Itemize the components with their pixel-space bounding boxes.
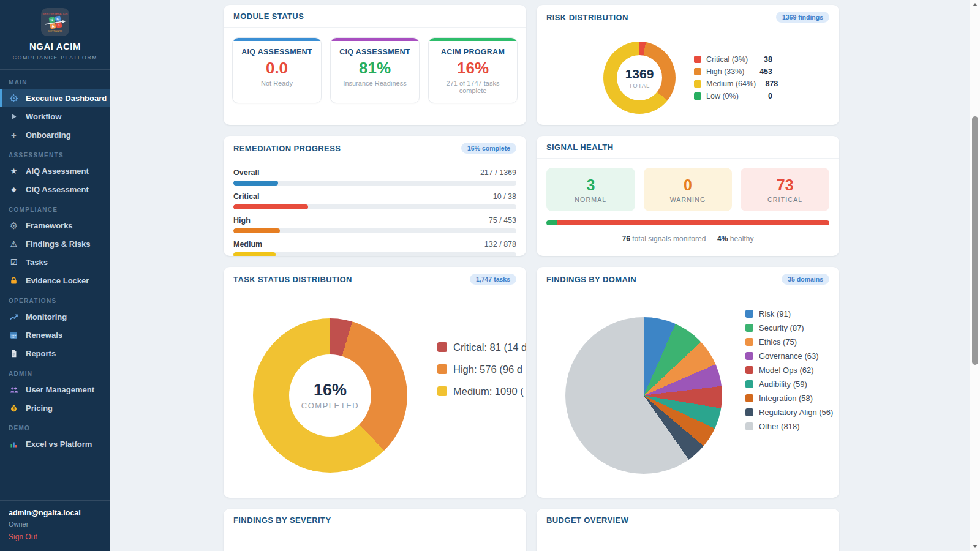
checkbox-icon: ☑: [9, 258, 19, 266]
sidebar-item-ciq-assessment[interactable]: ◆ CIQ Assessment: [0, 180, 110, 198]
sidebar-item-label: Frameworks: [26, 221, 73, 230]
progress-value: 132 / 878: [484, 240, 516, 249]
brand-subtitle: COMPLIANCE PLATFORM: [0, 54, 110, 61]
progress-fill: [233, 204, 308, 209]
sign-out-link[interactable]: Sign Out: [9, 533, 102, 541]
signal-label: WARNING: [644, 196, 733, 203]
signal-box: 0 WARNING: [644, 168, 733, 211]
card-title: REMEDIATION PROGRESS: [233, 144, 341, 153]
risk-distribution-card: RISK DISTRIBUTION 1369 findings 1369 TOT…: [537, 5, 839, 125]
legend-swatch: [745, 408, 753, 416]
section-label-demo: DEMO: [9, 425, 110, 432]
legend-item: Critical: 81 (14 d: [437, 340, 526, 354]
sidebar-item-pricing[interactable]: $ Pricing: [0, 399, 110, 417]
progress-fill: [233, 181, 278, 186]
sidebar-item-onboarding[interactable]: + Onboarding: [0, 126, 110, 144]
play-icon: [9, 113, 19, 121]
legend-label: Model Ops (62): [759, 365, 814, 375]
legend-label: Low (0%): [706, 92, 750, 100]
card-header: MODULE STATUS: [224, 5, 526, 28]
legend-label: Audibility (59): [759, 380, 807, 389]
signal-count: 0: [644, 176, 733, 194]
findings-count-badge: 1369 findings: [776, 12, 829, 23]
sidebar-item-tasks[interactable]: ☑ Tasks: [0, 253, 110, 271]
legend-label: Medium: 1090 (: [453, 386, 524, 397]
progress-row-header: High 75 / 453: [233, 216, 516, 225]
sidebar-item-monitoring[interactable]: Monitoring: [0, 307, 110, 326]
sidebar-item-evidence-locker[interactable]: Evidence Locker: [0, 271, 110, 290]
main-content: MODULE STATUS AIQ ASSESSMENT 0.0 Not Rea…: [110, 0, 970, 551]
legend-label: Critical (3%): [706, 55, 750, 64]
signal-healthy-pct: 4%: [717, 234, 728, 243]
signal-health-body: 3 NORMAL 0 WARNING 73 CRITICAL: [537, 159, 839, 252]
sidebar-item-workflow[interactable]: Workflow: [0, 107, 110, 126]
logo-bottom-text: SOFTWARE: [48, 29, 62, 32]
card-header: BUDGET OVERVIEW: [537, 509, 839, 531]
sidebar-item-frameworks[interactable]: ⚙ Frameworks: [0, 216, 110, 234]
risk-donut-center: 1369 TOTAL: [617, 55, 662, 100]
legend-label: Critical: 81 (14 d: [453, 342, 526, 353]
scroll-up-arrow-icon[interactable]: [973, 3, 978, 6]
progress-value: 217 / 1369: [480, 168, 516, 177]
card-title: MODULE STATUS: [233, 12, 304, 21]
domain-legend: Risk (91) Security (87) Ethics (75): [745, 310, 839, 437]
legend-swatch: [745, 352, 753, 360]
progress-fill: [233, 252, 276, 256]
module-accent-bar: [233, 38, 321, 41]
sidebar-item-renewals[interactable]: Renewals: [0, 326, 110, 344]
section-label-compliance: COMPLIANCE: [9, 206, 110, 213]
progress-value: 75 / 453: [489, 216, 516, 225]
card-header: REMEDIATION PROGRESS 16% complete: [224, 136, 526, 160]
legend-label: Other (818): [759, 422, 799, 431]
signal-health-bar: [546, 220, 829, 225]
sidebar-item-reports[interactable]: Reports: [0, 344, 110, 362]
sidebar-item-executive-dashboard[interactable]: Executive Dashboard: [0, 89, 110, 107]
legend-label: Integration (58): [759, 394, 813, 403]
module-name: AIQ ASSESSMENT: [236, 48, 317, 56]
legend-item: Governance (63): [745, 352, 839, 360]
sidebar-item-user-management[interactable]: User Management: [0, 380, 110, 399]
user-role: Owner: [9, 520, 102, 528]
section-label-admin: ADMIN: [9, 370, 110, 377]
progress-track: [233, 204, 516, 209]
sidebar-item-excel-vs-platform[interactable]: Excel vs Platform: [0, 435, 110, 453]
legend-swatch: [437, 342, 447, 352]
remediation-percent-badge: 16% complete: [461, 143, 516, 154]
risk-distribution-body: 1369 TOTAL Critical (3%) 38: [537, 29, 839, 125]
scroll-down-arrow-icon[interactable]: [973, 545, 978, 548]
progress-row: High 75 / 453: [233, 216, 516, 233]
signal-boxes: 3 NORMAL 0 WARNING 73 CRITICAL: [546, 168, 829, 211]
risk-legend: Critical (3%) 38 High (33%) 453 Medium (: [694, 53, 772, 103]
logo-top-text: NEXT GENERATION: [43, 12, 68, 15]
legend-label: High: 576 (96 d: [453, 364, 522, 375]
user-email: admin@ngaita.local: [9, 509, 102, 517]
progress-label: High: [233, 216, 251, 225]
sidebar-item-findings-risks[interactable]: ⚠ Findings & Risks: [0, 234, 110, 253]
sidebar-item-label: Tasks: [26, 258, 48, 267]
task-completed-pct: 16%: [314, 381, 347, 400]
signal-box: 3 NORMAL: [546, 168, 635, 211]
vertical-scrollbar[interactable]: [970, 0, 980, 551]
warning-icon: ⚠: [9, 240, 19, 248]
bar-chart-icon: [9, 440, 19, 449]
legend-item: Regulatory Align (56): [745, 408, 839, 416]
calendar-icon: [9, 331, 19, 340]
legend-swatch: [694, 68, 701, 75]
module-card: AIQ ASSESSMENT 0.0 Not Ready: [232, 37, 322, 103]
signal-total: 76: [622, 234, 630, 243]
module-name: ACIM PROGRAM: [432, 48, 513, 56]
scrollbar-thumb[interactable]: [972, 116, 978, 365]
signal-count: 3: [546, 176, 635, 194]
legend-swatch: [437, 364, 447, 374]
lock-icon: [9, 276, 19, 285]
legend-item: Model Ops (62): [745, 366, 839, 374]
legend-label: Security (87): [759, 323, 804, 332]
line-chart-icon: [9, 312, 19, 321]
money-icon: $: [9, 403, 19, 413]
legend-swatch: [745, 338, 753, 346]
sidebar-item-label: User Management: [26, 385, 94, 394]
sidebar-item-aiq-assessment[interactable]: ★ AIQ Assessment: [0, 162, 110, 180]
findings-by-severity-card: FINDINGS BY SEVERITY: [224, 509, 526, 551]
dashboard-helm-icon: [9, 94, 19, 103]
sidebar-item-label: Pricing: [26, 403, 53, 413]
